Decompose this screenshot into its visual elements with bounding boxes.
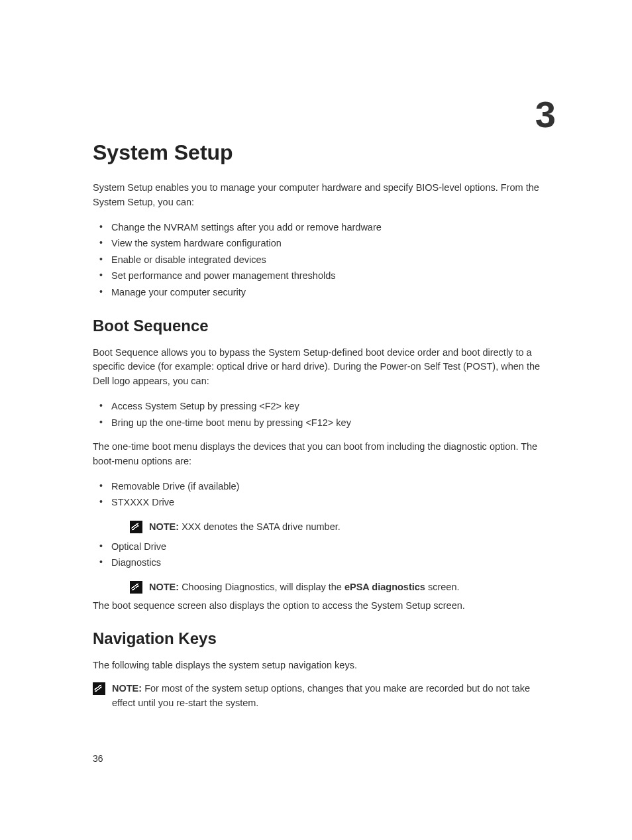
boot-list-2b: Optical Drive Diagnostics: [93, 539, 556, 571]
page-title: System Setup: [93, 140, 556, 165]
note-icon: [93, 682, 105, 695]
boot-paragraph-3: The boot sequence screen also displays t…: [93, 599, 556, 613]
note-icon: [130, 521, 142, 533]
list-item: Set performance and power management thr…: [93, 268, 556, 284]
list-item: Diagnostics: [93, 554, 556, 571]
note-body-pre: Choosing Diagnostics, will display the: [179, 582, 344, 592]
list-item: Enable or disable integrated devices: [93, 252, 556, 268]
note-body: For most of the system setup options, ch…: [112, 683, 530, 708]
note-text: NOTE: For most of the system setup optio…: [112, 682, 556, 711]
note-block: NOTE: Choosing Diagnostics, will display…: [111, 580, 556, 595]
list-item: Change the NVRAM settings after you add …: [93, 219, 556, 236]
boot-sequence-heading: Boot Sequence: [93, 317, 556, 335]
navigation-keys-heading: Navigation Keys: [93, 629, 556, 648]
list-item: Removable Drive (if available): [93, 478, 556, 495]
chapter-number: 3: [535, 93, 556, 136]
intro-paragraph: System Setup enables you to manage your …: [93, 181, 556, 210]
page-number: 36: [93, 753, 103, 764]
note-block: NOTE: For most of the system setup optio…: [93, 682, 556, 711]
list-item: Manage your computer security: [93, 284, 556, 301]
note-text: NOTE: Choosing Diagnostics, will display…: [149, 580, 460, 595]
list-item: STXXXX Drive: [93, 494, 556, 511]
boot-list-1: Access System Setup by pressing <F2> key…: [93, 398, 556, 431]
note-body-post: screen.: [425, 582, 460, 592]
note-label: NOTE:: [112, 683, 142, 694]
boot-paragraph-2: The one-time boot menu displays the devi…: [93, 440, 556, 469]
list-item: Optical Drive: [93, 539, 556, 555]
note-label: NOTE:: [149, 582, 179, 592]
nav-paragraph: The following table displays the system …: [93, 658, 556, 673]
note-bold: ePSA diagnostics: [344, 582, 425, 592]
note-icon: [130, 581, 142, 594]
intro-list: Change the NVRAM settings after you add …: [93, 219, 556, 301]
list-item: Access System Setup by pressing <F2> key: [93, 398, 556, 415]
boot-paragraph: Boot Sequence allows you to bypass the S…: [93, 346, 556, 389]
list-item: Bring up the one-time boot menu by press…: [93, 415, 556, 431]
note-text: NOTE: XXX denotes the SATA drive number.: [149, 520, 341, 535]
note-label: NOTE:: [149, 521, 179, 532]
note-block: NOTE: XXX denotes the SATA drive number.: [111, 520, 556, 535]
list-item: View the system hardware configuration: [93, 235, 556, 252]
boot-list-2: Removable Drive (if available) STXXXX Dr…: [93, 478, 556, 511]
note-body: XXX denotes the SATA drive number.: [179, 521, 341, 532]
